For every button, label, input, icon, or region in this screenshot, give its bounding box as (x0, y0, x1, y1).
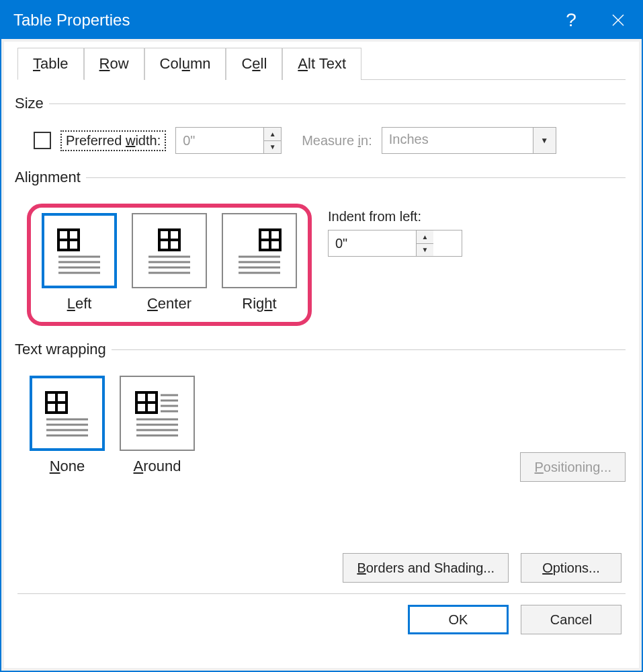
tab-cell[interactable]: Cell (226, 48, 282, 80)
align-right-icon (222, 213, 297, 288)
chevron-down-icon: ▼ (533, 128, 556, 153)
wrap-none-icon (30, 376, 105, 451)
titlebar: Table Properties ? (1, 1, 642, 39)
dialog-window: Table Properties ? Table Row Column Cell… (0, 0, 643, 672)
alignment-highlight: Left (27, 204, 312, 326)
wrapping-group: Text wrapping (17, 341, 626, 482)
align-right-label: Right (242, 295, 276, 312)
close-icon (611, 13, 625, 27)
indent-field[interactable]: ▲ ▼ (328, 230, 462, 257)
align-right-option[interactable]: Right (222, 213, 297, 312)
size-legend: Size (15, 95, 49, 112)
borders-shading-button[interactable]: Borders and Shading... (343, 553, 509, 583)
tab-alttext[interactable]: Alt Text (282, 48, 361, 80)
preferred-width-field[interactable]: ▲ ▼ (175, 127, 282, 154)
window-title: Table Properties (13, 11, 548, 30)
cancel-button[interactable]: Cancel (521, 605, 621, 634)
align-left-label: Left (67, 295, 92, 312)
tab-column[interactable]: Column (144, 48, 226, 80)
spinner-up-icon[interactable]: ▲ (264, 128, 281, 141)
align-center-icon (132, 213, 207, 288)
spinner-down-icon[interactable]: ▼ (264, 141, 281, 154)
preferred-width-spinner[interactable]: ▲ ▼ (263, 128, 281, 153)
positioning-button: Positioning... (520, 452, 626, 482)
alignment-group: Alignment (17, 169, 626, 326)
align-left-option[interactable]: Left (42, 213, 117, 312)
measure-in-select[interactable]: Inches ▼ (382, 127, 556, 154)
indent-label: Indent from left: (328, 209, 462, 224)
indent-spinner[interactable]: ▲ ▼ (416, 230, 433, 256)
spinner-up-icon[interactable]: ▲ (417, 230, 433, 244)
wrap-around-option[interactable]: Around (120, 376, 195, 475)
align-center-option[interactable]: Center (132, 213, 207, 312)
tab-strip: Table Row Column Cell Alt Text (17, 47, 626, 80)
wrap-none-option[interactable]: None (30, 376, 105, 475)
wrap-none-label: None (50, 458, 85, 475)
help-button[interactable]: ? (548, 1, 595, 39)
tab-row[interactable]: Row (84, 48, 144, 80)
align-left-icon (42, 213, 117, 288)
size-group: Size Preferred width: ▲ ▼ Measure in: In… (17, 95, 626, 154)
wrap-around-icon (120, 376, 195, 451)
wrapping-legend: Text wrapping (15, 341, 112, 358)
measure-in-value: Inches (382, 128, 533, 153)
spinner-down-icon[interactable]: ▼ (417, 244, 433, 257)
dialog-content: Table Row Column Cell Alt Text Size Pref… (4, 42, 639, 668)
ok-button[interactable]: OK (408, 605, 509, 634)
tab-table[interactable]: Table (17, 48, 84, 80)
preferred-width-input[interactable] (176, 128, 263, 153)
indent-input[interactable] (329, 230, 416, 256)
wrap-around-label: Around (134, 458, 181, 475)
options-button[interactable]: Options... (521, 553, 621, 583)
align-center-label: Center (147, 295, 191, 312)
preferred-width-checkbox[interactable] (34, 132, 51, 149)
measure-in-label: Measure in: (302, 133, 372, 149)
close-button[interactable] (595, 1, 642, 39)
preferred-width-label: Preferred width: (60, 130, 166, 151)
alignment-legend: Alignment (15, 169, 86, 186)
